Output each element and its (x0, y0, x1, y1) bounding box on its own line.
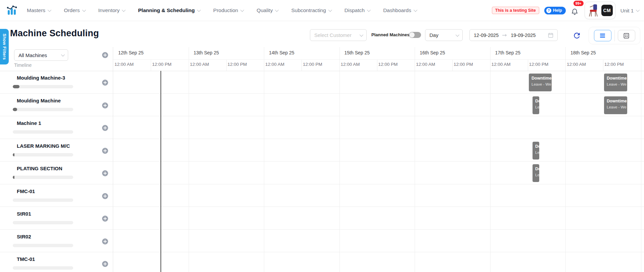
toggle-knob (409, 32, 415, 38)
topbar-right-group: This is a testing Site Help 99+ (492, 2, 639, 19)
downtime-event[interactable]: Downtime Leave - We (604, 74, 627, 91)
day-label: 14th Sep 25 (269, 50, 294, 55)
planned-machines-toggle[interactable] (409, 32, 421, 38)
machine-filter-value: All Machines (18, 52, 47, 58)
tick-label-am: 12:00 AM (265, 62, 284, 67)
nav-item-label: Quality (257, 7, 273, 13)
bell-icon (571, 8, 579, 15)
tick-label-am: 12:00 AM (190, 62, 209, 67)
main-nav: Masters Orders Inventory Planning & Sche… (27, 7, 416, 13)
add-schedule-button[interactable] (102, 261, 108, 267)
add-schedule-button[interactable] (102, 80, 108, 86)
view-mode-dropdown[interactable]: Day (425, 29, 463, 41)
event-subtitle: Leave - We (607, 82, 625, 86)
nav-item-label: Planning & Scheduling (138, 7, 195, 13)
add-schedule-button[interactable] (102, 102, 108, 108)
date-range-picker[interactable]: 12-09-2025 19-09-2025 (469, 29, 558, 41)
board-view-button[interactable] (618, 30, 635, 41)
arrow-right-icon (502, 34, 507, 37)
chevron-down-icon (61, 53, 65, 56)
tick-label-am: 12:00 AM (492, 62, 511, 67)
halfday-gridline (151, 60, 151, 71)
downtime-event[interactable]: Downtime Leave - We (533, 142, 539, 160)
unit-selector[interactable]: Unit 1 (620, 8, 639, 13)
machine-row: Moulding Machine (0, 94, 113, 117)
tick-label-pm: 12:00 PM (228, 62, 247, 67)
machine-row: Machine 1 (0, 116, 113, 139)
machine-name: PLATING SECTION (17, 166, 62, 171)
nav-item-dispatch[interactable]: Dispatch (344, 7, 370, 13)
timeline-row (113, 184, 644, 207)
profile-menu[interactable]: CM (585, 2, 615, 19)
timeline-row (113, 94, 644, 117)
notification-count-badge: 99+ (573, 1, 584, 6)
select-customer-dropdown[interactable]: Select Customer (310, 29, 367, 41)
chevron-down-icon (367, 8, 371, 12)
machine-row: TMC-01 (0, 252, 113, 272)
nav-item-inventory[interactable]: Inventory (98, 7, 125, 13)
chevron-down-icon (456, 33, 459, 36)
tick-label-pm: 12:00 PM (604, 62, 624, 67)
chevron-down-icon (48, 8, 51, 12)
add-schedule-button[interactable] (102, 193, 108, 199)
list-view-button[interactable] (594, 30, 611, 41)
downtime-event[interactable]: Downtime Leave - We (529, 74, 552, 91)
app-logo-icon[interactable] (6, 4, 18, 16)
machines-panel: All Machines Timeline Moulding Machine-3… (0, 47, 113, 272)
scheduler: All Machines Timeline Moulding Machine-3… (0, 47, 644, 272)
machine-name: Machine 1 (17, 120, 41, 126)
add-machine-button[interactable] (102, 52, 108, 58)
notifications-button[interactable]: 99+ (571, 5, 580, 15)
unit-label: Unit 1 (620, 8, 634, 13)
nav-item-label: Dispatch (344, 7, 365, 13)
add-schedule-button[interactable] (102, 148, 108, 154)
day-header-cell: 14th Sep 25 12:00 AM 12:00 PM (264, 47, 339, 71)
nav-item-production[interactable]: Production (213, 7, 243, 13)
nav-item-quality[interactable]: Quality (257, 7, 278, 13)
date-to-value[interactable]: 19-09-2025 (511, 33, 536, 38)
event-subtitle: Leave - We (535, 173, 537, 177)
user-avatar[interactable]: CM (601, 5, 613, 16)
event-title: Downtime (535, 167, 537, 171)
tick-label-pm: 12:00 PM (454, 62, 473, 67)
nav-item-label: Production (213, 7, 238, 13)
day-header-cell: 13th Sep 25 12:00 AM 12:00 PM (189, 47, 264, 71)
machine-row: PLATING SECTION (0, 162, 113, 184)
machine-name: Moulding Machine (17, 98, 61, 103)
machine-row: StR02 (0, 230, 113, 253)
downtime-event[interactable]: Downtime Leave - We (533, 164, 539, 182)
day-label: 18th Sep 25 (570, 50, 596, 55)
view-toggle-group (589, 27, 640, 44)
nav-item-dashboards[interactable]: Dashboards (383, 7, 416, 13)
help-button[interactable]: Help (544, 7, 566, 14)
machine-capacity-fill (13, 108, 17, 111)
day-header-cell: 18th Sep 25 12:00 AM 12:00 PM (565, 47, 641, 71)
nav-item-orders[interactable]: Orders (64, 7, 85, 13)
add-schedule-button[interactable] (102, 125, 108, 131)
machine-capacity-fill (13, 85, 19, 88)
chevron-down-icon (636, 8, 640, 12)
planned-machines-label: Planned Machines (371, 32, 409, 37)
nav-item-subcontracting[interactable]: Subcontracting (291, 7, 331, 13)
machine-name: FMC-01 (17, 188, 35, 194)
add-schedule-button[interactable] (102, 238, 108, 244)
chevron-down-icon (240, 8, 244, 12)
machine-scheduling-app: Masters Orders Inventory Planning & Sche… (0, 0, 644, 272)
timeline-column-label: Timeline (14, 62, 32, 68)
nav-item-planning-scheduling[interactable]: Planning & Scheduling (138, 7, 200, 13)
event-subtitle: Leave - We (535, 150, 537, 154)
add-schedule-button[interactable] (102, 170, 108, 176)
top-navigation-bar: Masters Orders Inventory Planning & Sche… (0, 0, 644, 21)
show-filters-tab[interactable]: Show Filters (0, 29, 9, 64)
add-schedule-button[interactable] (102, 216, 108, 222)
refresh-button[interactable] (571, 30, 583, 41)
day-header-cell: 17th Sep 25 12:00 AM 12:00 PM (490, 47, 566, 71)
date-from-value[interactable]: 12-09-2025 (474, 33, 499, 38)
event-title: Downtime (535, 99, 537, 103)
downtime-event[interactable]: Downtime Leave - We (533, 96, 539, 114)
machine-filter-dropdown[interactable]: All Machines (14, 49, 68, 61)
chevron-down-icon (82, 8, 86, 12)
nav-item-masters[interactable]: Masters (27, 7, 50, 13)
halfday-gridline (528, 60, 528, 71)
downtime-event[interactable]: Downtime Leave - We (604, 96, 627, 114)
